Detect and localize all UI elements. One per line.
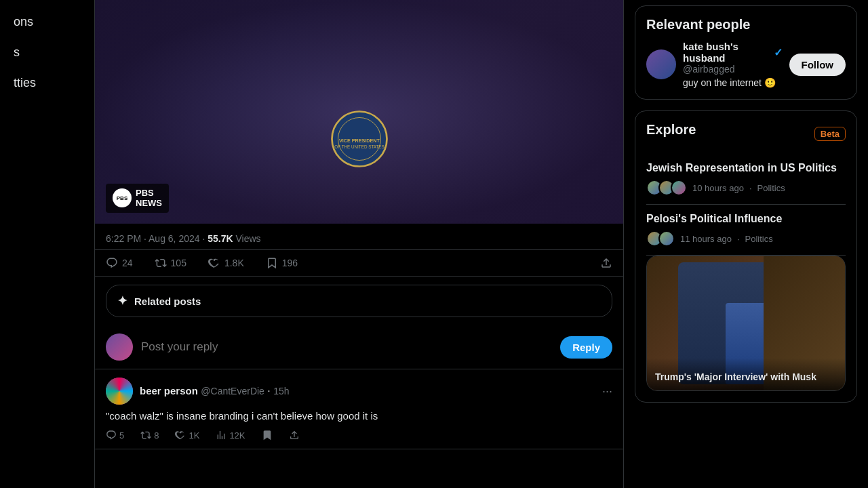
beta-badge: Beta bbox=[814, 127, 846, 141]
comment-retweets-count: 8 bbox=[154, 430, 159, 441]
explore-item-2-category: Politics bbox=[745, 234, 773, 244]
retweet-action[interactable]: 105 bbox=[155, 257, 186, 269]
explore-avatar-5 bbox=[658, 230, 675, 247]
relevant-people-section: Relevant people kate bush's husband ✓ @a… bbox=[635, 5, 857, 100]
pbs-logo: PBS PBS NEWS bbox=[106, 184, 169, 213]
likes-count: 1.8K bbox=[224, 258, 244, 268]
trump-video-card[interactable]: Trump's 'Major Interview' with Musk bbox=[646, 256, 846, 391]
verified-badge-icon: ✓ bbox=[774, 46, 783, 59]
comment-heart-icon bbox=[175, 430, 186, 441]
tweet-metadata: 6:22 PM · Aug 6, 2024 · 55.7K Views bbox=[95, 224, 623, 250]
bookmark-icon bbox=[266, 257, 278, 269]
sidebar-item-communities[interactable]: tties bbox=[0, 68, 94, 98]
main-content: VICE PRESIDENT OF THE UNITED STATES PBS … bbox=[95, 0, 624, 488]
right-sidebar: Relevant people kate bush's husband ✓ @a… bbox=[624, 0, 868, 488]
explore-item-2[interactable]: Pelosi's Political Influence 11 hours ag… bbox=[646, 205, 846, 256]
person-card: kate bush's husband ✓ @airbagged guy on … bbox=[646, 41, 846, 88]
comment-more-options[interactable]: ··· bbox=[602, 384, 612, 399]
comment-avatar bbox=[106, 378, 133, 405]
person-avatar bbox=[646, 49, 676, 79]
person-handle: @airbagged bbox=[683, 64, 783, 75]
comment-likes-count: 1K bbox=[189, 430, 199, 441]
person-name: kate bush's husband ✓ bbox=[683, 41, 783, 64]
sidebar-item-notifications[interactable]: ons bbox=[0, 7, 94, 37]
like-action[interactable]: 1.8K bbox=[208, 257, 244, 269]
follow-button[interactable]: Follow bbox=[789, 54, 846, 76]
relevant-people-title: Relevant people bbox=[646, 17, 846, 33]
video-placeholder: VICE PRESIDENT OF THE UNITED STATES bbox=[95, 0, 623, 224]
comment-time: 15h bbox=[273, 386, 289, 396]
explore-item-2-time: 11 hours ago bbox=[680, 234, 732, 244]
comment-share-icon bbox=[289, 430, 300, 441]
tweet-video[interactable]: VICE PRESIDENT OF THE UNITED STATES PBS … bbox=[95, 0, 623, 224]
left-sidebar: ons s tties bbox=[0, 0, 95, 488]
svg-text:OF THE UNITED STATES: OF THE UNITED STATES bbox=[334, 144, 384, 149]
retweet-count: 105 bbox=[171, 258, 186, 268]
comment-item: beer person @CantEverDie · 15h ··· "coac… bbox=[95, 369, 623, 449]
tweet-actions-bar: 24 105 1.8K 196 bbox=[95, 250, 623, 277]
explore-item-1[interactable]: Jewish Representation in US Politics 10 … bbox=[646, 154, 846, 205]
trump-video-card-title: Trump's 'Major Interview' with Musk bbox=[655, 371, 837, 382]
comment-share-action[interactable] bbox=[289, 430, 300, 441]
comment-retweet-action[interactable]: 8 bbox=[140, 430, 159, 441]
comment-action[interactable]: 24 bbox=[106, 257, 133, 269]
comment-like-action[interactable]: 1K bbox=[175, 430, 199, 441]
bookmarks-count: 196 bbox=[282, 258, 298, 268]
bookmark-action[interactable]: 196 bbox=[266, 257, 298, 269]
sparkle-icon: ✦ bbox=[117, 293, 127, 308]
comment-bookmark-icon bbox=[262, 430, 273, 441]
comment-bookmark-action[interactable] bbox=[262, 430, 273, 441]
comment-icon bbox=[106, 257, 118, 269]
share-action[interactable] bbox=[600, 257, 612, 269]
reply-input[interactable] bbox=[141, 340, 552, 354]
related-posts-label: Related posts bbox=[134, 296, 201, 307]
pbs-text: PBS NEWS bbox=[136, 188, 162, 209]
sidebar-item-messages[interactable]: s bbox=[0, 37, 94, 68]
retweet-icon bbox=[155, 257, 167, 269]
explore-item-1-title: Jewish Representation in US Politics bbox=[646, 162, 846, 174]
svg-text:VICE PRESIDENT: VICE PRESIDENT bbox=[339, 138, 380, 144]
reply-icon bbox=[106, 430, 117, 441]
comment-retweet-icon bbox=[140, 430, 151, 441]
explore-item-1-time: 10 hours ago bbox=[692, 183, 744, 193]
explore-item-2-avatars bbox=[646, 230, 675, 247]
comment-handle: @CantEverDie bbox=[201, 386, 264, 396]
explore-section: Explore Beta Jewish Representation in US… bbox=[635, 110, 857, 403]
explore-title: Explore bbox=[646, 122, 696, 138]
person-info: kate bush's husband ✓ @airbagged guy on … bbox=[683, 41, 783, 88]
comment-reply-action[interactable]: 5 bbox=[106, 430, 124, 441]
explore-item-1-meta: 10 hours ago · Politics bbox=[646, 180, 846, 196]
reply-button[interactable]: Reply bbox=[560, 336, 612, 359]
tweet-timestamp: 6:22 PM · Aug 6, 2024 bbox=[106, 233, 200, 244]
comment-user-info: beer person @CantEverDie · 15h bbox=[140, 385, 290, 397]
explore-item-3[interactable]: Trump's 'Major Interview' with Musk bbox=[646, 256, 846, 391]
comment-replies-count: 5 bbox=[119, 430, 124, 441]
presidential-seal: VICE PRESIDENT OF THE UNITED STATES bbox=[329, 108, 390, 169]
pbs-circle-icon: PBS bbox=[113, 188, 132, 207]
related-posts-button[interactable]: ✦ Related posts bbox=[106, 285, 612, 317]
person-bio: guy on the internet 🙂 bbox=[683, 77, 783, 88]
comment-header: beer person @CantEverDie · 15h ··· bbox=[106, 378, 612, 405]
explore-item-2-meta: 11 hours ago · Politics bbox=[646, 230, 846, 247]
comment-views-action[interactable]: 12K bbox=[216, 430, 245, 441]
explore-header: Explore Beta bbox=[646, 122, 846, 146]
reply-user-avatar bbox=[106, 333, 133, 361]
explore-avatar-3 bbox=[671, 180, 687, 196]
comment-views-count: 12K bbox=[229, 430, 245, 441]
share-icon bbox=[600, 257, 612, 269]
tweet-views-label: Views bbox=[235, 233, 260, 244]
reply-box: Reply bbox=[95, 325, 623, 369]
comment-views-icon bbox=[216, 430, 226, 441]
trump-video-overlay: Trump's 'Major Interview' with Musk bbox=[647, 358, 845, 390]
tweet-views-count: 55.7K bbox=[208, 233, 233, 244]
explore-item-2-title: Pelosi's Political Influence bbox=[646, 213, 846, 225]
heart-icon bbox=[208, 257, 220, 269]
comment-text: "coach walz" is insane branding i can't … bbox=[106, 409, 612, 423]
avatar-inner bbox=[106, 378, 133, 405]
comment-count: 24 bbox=[122, 258, 133, 268]
comment-actions: 5 8 1K 12K bbox=[106, 430, 612, 441]
explore-item-1-avatars bbox=[646, 180, 687, 196]
comment-username: beer person bbox=[140, 385, 198, 396]
explore-item-1-category: Politics bbox=[757, 183, 785, 193]
